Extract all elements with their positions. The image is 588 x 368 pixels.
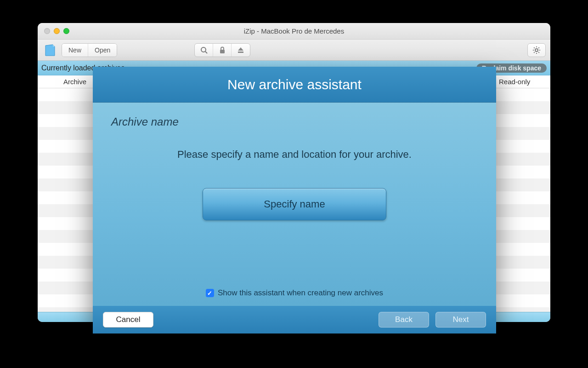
lock-icon[interactable] xyxy=(213,44,232,57)
dialog-body: Archive name Please specify a name and l… xyxy=(93,103,496,306)
toolbar-icon-group xyxy=(194,43,250,57)
step-prompt: Please specify a name and location for y… xyxy=(111,149,478,161)
dialog-footer: Cancel Back Next xyxy=(93,306,496,334)
eject-icon[interactable] xyxy=(232,44,250,57)
new-button[interactable]: New xyxy=(62,44,88,57)
svg-line-12 xyxy=(534,52,535,53)
open-button[interactable]: Open xyxy=(88,44,117,57)
search-icon[interactable] xyxy=(195,44,213,57)
show-assistant-checkbox[interactable]: ✓ xyxy=(206,289,214,297)
cancel-button[interactable]: Cancel xyxy=(103,312,153,328)
svg-line-11 xyxy=(538,47,539,48)
show-assistant-label: Show this assistant when creating new ar… xyxy=(218,288,383,298)
zoom-window-button[interactable] xyxy=(63,28,69,34)
new-archive-assistant-dialog: New archive assistant Archive name Pleas… xyxy=(93,67,496,334)
window-controls xyxy=(44,28,69,34)
svg-line-10 xyxy=(538,52,539,53)
app-icon xyxy=(42,42,58,58)
settings-button[interactable] xyxy=(527,43,546,57)
next-button[interactable]: Next xyxy=(435,312,486,328)
svg-rect-3 xyxy=(238,52,243,53)
svg-point-0 xyxy=(201,47,206,52)
svg-line-1 xyxy=(205,52,207,53)
toolbar: New Open xyxy=(38,40,550,61)
svg-point-4 xyxy=(535,49,538,52)
titlebar: iZip - MacBook Pro de Mercedes xyxy=(38,23,550,40)
column-readonly[interactable]: Read-only xyxy=(493,75,550,88)
svg-rect-2 xyxy=(220,50,225,53)
specify-name-button[interactable]: Specify name xyxy=(203,188,386,220)
new-open-segment: New Open xyxy=(62,43,117,57)
show-assistant-row: ✓ Show this assistant when creating new … xyxy=(93,288,496,298)
dialog-title: New archive assistant xyxy=(93,67,496,103)
close-window-button[interactable] xyxy=(44,28,50,34)
step-subtitle: Archive name xyxy=(111,115,478,128)
minimize-window-button[interactable] xyxy=(54,28,60,34)
back-button[interactable]: Back xyxy=(379,312,429,328)
svg-line-9 xyxy=(534,47,535,48)
gear-icon xyxy=(532,46,541,54)
window-title: iZip - MacBook Pro de Mercedes xyxy=(244,27,344,35)
